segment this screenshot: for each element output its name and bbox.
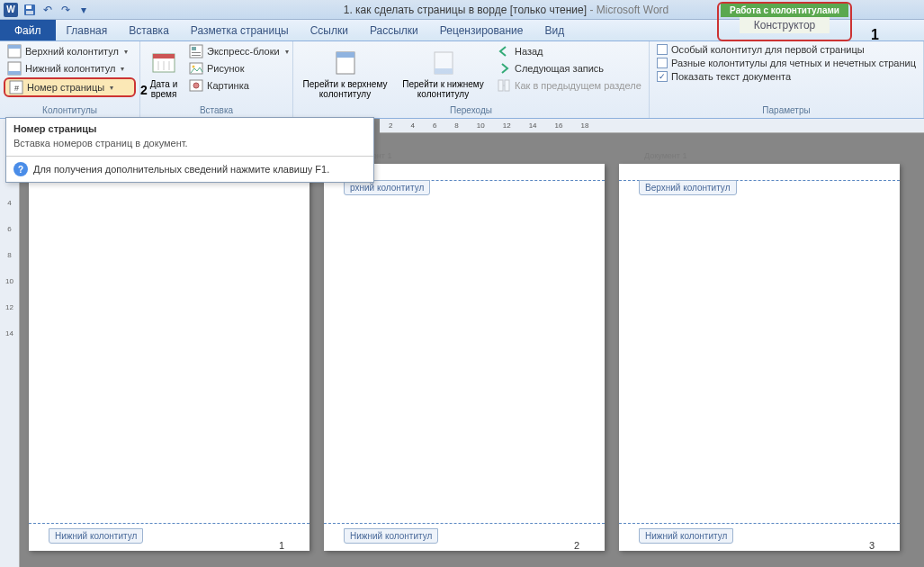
checkbox-icon (657, 58, 668, 68)
header-icon (7, 44, 22, 58)
tab-references[interactable]: Ссылки (300, 20, 359, 40)
svg-rect-6 (8, 71, 21, 75)
ribbon: 2 Верхний колонтитул Нижний колонтитул (0, 41, 924, 119)
show-doc-checkbox[interactable]: ✓ Показать текст документа (653, 70, 920, 83)
page-3[interactable]: Документ 1 Верхний колонтитул Нижний кол… (619, 164, 900, 551)
checkbox-icon (657, 44, 668, 55)
ribbon-group-navigation: Перейти к верхнему колонтитулу Перейти к… (293, 41, 650, 118)
page-number-tooltip: Номер страницы Вставка номеров страниц в… (5, 117, 374, 183)
checkbox-icon: ✓ (657, 71, 668, 82)
next-label: Следующая запись (515, 63, 604, 74)
header-tab[interactable]: Верхний колонтитул (639, 180, 737, 195)
pages-container: Нижний колонтитул 1 Документ 1 рхний кол… (29, 164, 900, 551)
picture-label: Рисунок (207, 63, 245, 74)
group-label-options: Параметры (653, 104, 920, 116)
link-previous-label: Как в предыдущем разделе (515, 80, 641, 91)
tooltip-help-text: Для получения дополнительных сведений на… (33, 164, 329, 175)
undo-icon[interactable]: ↶ (40, 2, 56, 18)
group-label-nav: Переходы (297, 104, 645, 116)
tooltip-help-row: ? Для получения дополнительных сведений … (6, 156, 373, 182)
goto-header-button[interactable]: Перейти к верхнему колонтитулу (297, 43, 393, 104)
show-doc-label: Показать текст документа (671, 71, 791, 82)
tab-review[interactable]: Рецензирование (429, 20, 534, 40)
document-scroll[interactable]: 2 4 6 8 10 12 14 16 18 Нижний колонтитул… (20, 119, 924, 567)
clipart-button[interactable]: Картинка (185, 77, 292, 94)
date-time-button[interactable]: Дата и время (144, 43, 184, 104)
svg-rect-2 (26, 11, 33, 14)
tooltip-description: Вставка номеров страниц в документ. (6, 136, 373, 156)
page-number-icon: # (9, 80, 23, 94)
footer-tab[interactable]: Нижний колонтитул (344, 528, 438, 544)
save-icon[interactable] (22, 2, 38, 18)
tab-home[interactable]: Главная (56, 20, 119, 40)
page-number-text: 3 (869, 540, 875, 551)
redo-icon[interactable]: ↷ (58, 2, 74, 18)
svg-rect-10 (153, 54, 175, 58)
first-page-checkbox[interactable]: Особый колонтитул для первой страницы (653, 43, 920, 56)
footer-tab[interactable]: Нижний колонтитул (49, 528, 143, 544)
svg-point-21 (193, 83, 199, 88)
page-number-label: Номер страницы (27, 82, 104, 93)
page-2[interactable]: Документ 1 рхний колонтитул Нижний колон… (324, 164, 605, 551)
footer-boundary (29, 523, 309, 524)
footer-label: Нижний колонтитул (25, 63, 115, 74)
goto-header-icon (331, 49, 360, 77)
clipart-label: Картинка (207, 80, 249, 91)
word-app-icon: W (4, 3, 18, 17)
tab-file[interactable]: Файл (0, 20, 56, 40)
doc-section-label: Документ 1 (644, 151, 686, 160)
horizontal-ruler: 2 4 6 8 10 12 14 16 18 (380, 119, 924, 133)
footer-boundary (619, 523, 900, 524)
tooltip-title: Номер страницы (6, 118, 373, 136)
ribbon-group-options: Особый колонтитул для первой страницы Ра… (650, 41, 924, 118)
odd-even-label: Разные колонтитулы для четных и нечетных… (671, 58, 916, 68)
app-name: Microsoft Word (597, 4, 668, 16)
footer-boundary (324, 523, 605, 524)
clipart-icon (189, 78, 203, 93)
first-page-label: Особый колонтитул для первой страницы (671, 44, 865, 55)
page-number-button[interactable]: # Номер страницы (4, 77, 136, 97)
contextual-group-label: Работа с колонтитулами (721, 4, 848, 17)
previous-button[interactable]: Назад (493, 43, 645, 59)
qat-customize-icon[interactable]: ▾ (76, 2, 92, 18)
goto-footer-icon (429, 49, 458, 77)
tab-page-layout[interactable]: Разметка страницы (180, 20, 300, 40)
contextual-tab-group: Работа с колонтитулами Конструктор (717, 2, 852, 41)
page-number-text: 2 (574, 540, 579, 551)
svg-rect-15 (192, 47, 196, 50)
picture-button[interactable]: Рисунок (185, 60, 292, 76)
svg-text:#: # (14, 84, 19, 93)
next-arrow-icon (497, 61, 511, 76)
tab-insert[interactable]: Вставка (118, 20, 180, 40)
footer-icon (7, 61, 22, 76)
link-previous-button: Как в предыдущем разделе (493, 77, 645, 94)
svg-rect-16 (192, 52, 201, 53)
ribbon-group-header-footer: Верхний колонтитул Нижний колонтитул # Н… (0, 41, 140, 118)
header-button[interactable]: Верхний колонтитул (4, 43, 136, 59)
header-label: Верхний колонтитул (25, 46, 119, 57)
svg-rect-23 (336, 52, 354, 58)
date-time-label: Дата и время (149, 79, 178, 99)
group-label-hf: Колонтитулы (4, 104, 136, 116)
footer-button[interactable]: Нижний колонтитул (4, 60, 136, 76)
odd-even-checkbox[interactable]: Разные колонтитулы для четных и нечетных… (653, 57, 920, 69)
quick-parts-button[interactable]: Экспресс-блоки (185, 43, 292, 59)
next-button[interactable]: Следующая запись (493, 60, 645, 76)
back-arrow-icon (497, 44, 511, 58)
ribbon-group-insert: Дата и время Экспресс-блоки Рисунок (140, 41, 293, 118)
vertical-ruler: 2 4 6 8 10 12 14 (0, 119, 20, 567)
svg-rect-26 (498, 80, 503, 91)
tab-design[interactable]: Конструктор (740, 17, 830, 33)
previous-label: Назад (515, 46, 543, 57)
svg-rect-17 (192, 55, 201, 56)
group-label-insert: Вставка (144, 104, 289, 116)
calendar-icon (149, 49, 178, 77)
tab-mailings[interactable]: Рассылки (359, 20, 429, 40)
page-1[interactable]: Нижний колонтитул 1 (29, 164, 309, 551)
svg-rect-1 (26, 5, 31, 9)
footer-tab[interactable]: Нижний колонтитул (639, 528, 733, 544)
annotation-2: 2 (140, 83, 148, 97)
tab-view[interactable]: Вид (534, 20, 575, 40)
svg-rect-27 (505, 80, 509, 91)
picture-icon (189, 61, 203, 76)
